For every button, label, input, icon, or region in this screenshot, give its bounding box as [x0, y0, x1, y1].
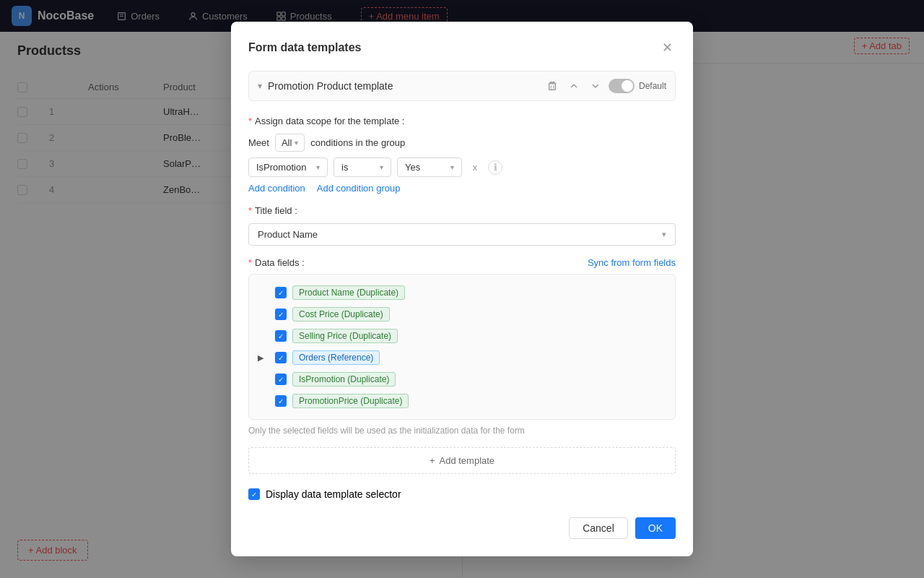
filter-operator-select[interactable]: is [334, 158, 391, 177]
assign-scope-label: * Assign data scope for the template : [248, 116, 676, 126]
display-selector-label: Display data template selector [266, 488, 401, 500]
field-item: ▶ ✓ Orders (Reference) [258, 347, 666, 368]
required-star: * [248, 116, 252, 126]
filter-field-chevron-icon [316, 163, 320, 171]
filter-remove-button[interactable]: x [468, 160, 482, 175]
conditions-in-group-text: conditions in the group [310, 137, 405, 148]
default-toggle[interactable]: Default [609, 79, 666, 93]
field-tag: Cost Price (Duplicate) [292, 307, 390, 322]
delete-template-button[interactable] [544, 77, 561, 95]
modal-header: Form data templates ✕ [248, 39, 676, 56]
add-template-icon: + [430, 455, 435, 466]
meet-select[interactable]: All [275, 134, 305, 152]
field-tag: IsPromotion (Duplicate) [292, 372, 396, 387]
modal-title: Form data templates [248, 41, 361, 54]
title-field-select[interactable]: Product Name [248, 223, 676, 246]
template-name-input[interactable] [268, 80, 538, 92]
field-checkbox[interactable]: ✓ [275, 330, 287, 342]
fields-list: ✓ Product Name (Duplicate) ✓ Cost Price … [248, 274, 676, 420]
sync-from-form-fields-link[interactable]: Sync from form fields [588, 257, 676, 268]
field-item: ✓ PromotionPrice (Duplicate) [258, 390, 666, 412]
field-item: ✓ Selling Price (Duplicate) [258, 325, 666, 347]
cancel-button[interactable]: Cancel [569, 517, 628, 539]
checkmark-icon: ✓ [278, 397, 284, 405]
data-fields-section: * Data fields : Sync from form fields ✓ … [248, 257, 676, 436]
add-condition-link[interactable]: Add condition [248, 183, 305, 194]
title-field-label: * Title field : [248, 205, 676, 216]
title-field-value: Product Name [258, 229, 318, 240]
checkmark-icon: ✓ [278, 311, 284, 319]
field-item: ✓ IsPromotion (Duplicate) [258, 368, 666, 390]
field-checkbox[interactable]: ✓ [275, 287, 287, 298]
modal-close-button[interactable]: ✕ [658, 39, 676, 56]
assign-scope-section: * Assign data scope for the template : M… [248, 116, 676, 194]
toggle-label: Default [639, 81, 666, 91]
field-tag: Orders (Reference) [292, 350, 380, 365]
meet-conditions-row: Meet All conditions in the group [248, 134, 676, 152]
field-checkbox[interactable]: ✓ [275, 374, 287, 385]
data-fields-label: * Data fields : [248, 257, 305, 268]
field-item: ✓ Product Name (Duplicate) [258, 282, 666, 303]
toggle-switch[interactable] [609, 79, 635, 93]
filter-op-chevron-icon [380, 163, 383, 171]
filter-info-icon[interactable]: ℹ [488, 160, 502, 175]
add-template-button[interactable]: + Add template [248, 447, 676, 474]
svg-rect-8 [549, 84, 556, 90]
field-checkbox[interactable]: ✓ [275, 395, 287, 407]
filter-field-select[interactable]: IsPromotion [248, 158, 328, 177]
field-tag: Product Name (Duplicate) [292, 285, 405, 300]
form-data-templates-modal: Form data templates ✕ Default [231, 22, 693, 556]
meet-chevron-icon [295, 139, 298, 147]
move-down-button[interactable] [587, 77, 604, 95]
filter-value-select[interactable]: Yes [397, 158, 462, 177]
add-template-label: Add template [439, 455, 494, 466]
meet-text: Meet [248, 137, 269, 148]
required-star: * [248, 205, 252, 216]
add-condition-group-link[interactable]: Add condition group [317, 183, 401, 194]
move-up-button[interactable] [565, 77, 583, 95]
ok-button[interactable]: OK [635, 517, 676, 539]
filter-val-chevron-icon [450, 163, 454, 171]
required-star: * [248, 257, 252, 268]
template-row: Default [248, 71, 676, 101]
title-field-section: * Title field : Product Name [248, 205, 676, 246]
checkmark-icon: ✓ [278, 354, 284, 362]
checkmark-icon: ✓ [278, 289, 284, 297]
display-selector-checkbox[interactable]: ✓ [248, 488, 260, 500]
field-checkbox[interactable]: ✓ [275, 352, 287, 363]
checkmark-icon: ✓ [278, 332, 284, 340]
checkmark-icon: ✓ [278, 376, 284, 384]
template-actions: Default [544, 77, 666, 95]
filter-row: IsPromotion is Yes x ℹ [248, 158, 676, 177]
display-selector-row: ✓ Display data template selector [248, 488, 676, 500]
field-tag: PromotionPrice (Duplicate) [292, 394, 409, 408]
checkmark-icon: ✓ [251, 491, 257, 499]
add-condition-links: Add condition Add condition group [248, 183, 676, 194]
field-item: ✓ Cost Price (Duplicate) [258, 303, 666, 325]
field-tag: Selling Price (Duplicate) [292, 329, 398, 343]
data-fields-header: * Data fields : Sync from form fields [248, 257, 676, 268]
toggle-knob [622, 80, 633, 92]
hint-text: Only the selected fields will be used as… [248, 426, 676, 436]
field-checkbox[interactable]: ✓ [275, 309, 287, 320]
modal-footer: Cancel OK [248, 517, 676, 539]
title-field-chevron-icon [662, 230, 666, 239]
template-collapse-icon[interactable] [258, 81, 262, 91]
field-expand-icon[interactable]: ▶ [258, 353, 269, 363]
